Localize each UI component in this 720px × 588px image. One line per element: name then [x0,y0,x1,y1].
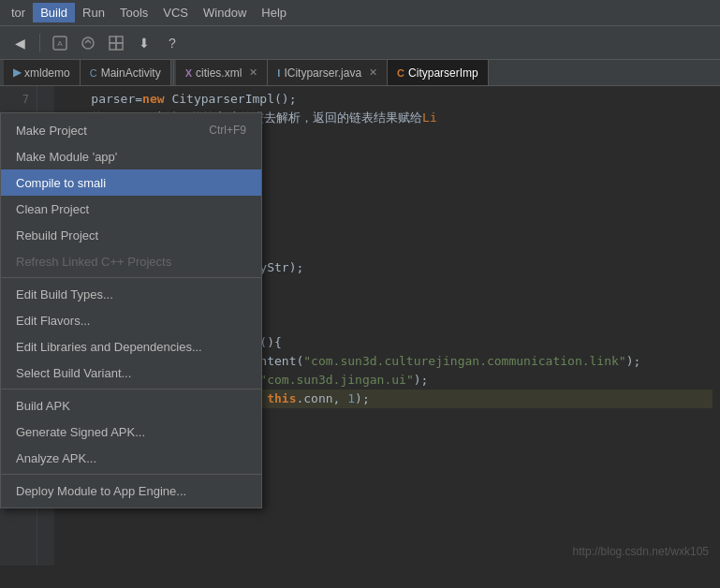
tab-icityparser[interactable]: I ICityparser.java ✕ [268,60,388,86]
tab-cityparserImpl-label: CityparserImp [408,66,478,80]
menu-sep-3 [1,474,261,475]
menu-clean-project-label: Clean Project [16,202,89,216]
menu-rebuild-project[interactable]: Rebuild Project [1,222,261,248]
tab-xmldemo-icon: ▶ [13,66,21,79]
menu-analyze-apk-label: Analyze APK... [16,451,96,465]
toolbar-sep-1 [39,34,40,52]
tab-icityparser-icon: I [277,67,280,79]
tab-vertical-sep [173,60,174,86]
menu-generate-signed-apk[interactable]: Generate Signed APK... [1,419,261,445]
toolbar-help-btn[interactable]: ? [160,31,184,55]
tab-xmldemo-label: xmldemo [24,66,70,80]
menu-select-build-variant-label: Select Build Variant... [16,366,131,380]
svg-text:A: A [57,39,63,48]
tab-cities-xml-icon: X [185,67,192,79]
tab-cities-xml-label: cities.xml [196,66,242,80]
editor-area: 7 8 9 0 1 2 3 4 5 6 7 8 9 0 1 2 3 4 5 ▼ … [0,86,720,566]
menu-refresh-cpp-label: Refresh Linked C++ Projects [16,255,171,269]
menu-clean-project[interactable]: Clean Project [1,196,261,222]
menu-edit-build-types[interactable]: Edit Build Types... [1,281,261,307]
menu-window[interactable]: Window [196,3,254,22]
toolbar-btn-1[interactable]: A [48,31,72,55]
svg-rect-3 [110,37,116,43]
svg-point-2 [82,37,94,49]
menu-sep-1 [1,277,261,278]
menu-edit-libraries[interactable]: Edit Libraries and Dependencies... [1,333,261,360]
tab-cities-xml-close[interactable]: ✕ [249,66,257,79]
menu-build[interactable]: Build [33,3,75,22]
code-line-7: parser=new CityparserImpl(); [62,90,713,109]
menu-run[interactable]: Run [75,3,112,22]
menu-compile-smali[interactable]: Compile to smali [1,169,261,196]
gutter-1 [37,90,54,109]
menu-help[interactable]: Help [254,3,294,22]
menu-analyze-apk[interactable]: Analyze APK... [1,445,261,471]
toolbar: ◀ A ⬇ ? [0,26,720,60]
tab-mainactivity-label: MainActivity [101,66,161,80]
tab-cityparserImpl[interactable]: C CityparserImp [388,60,489,86]
menu-compile-smali-label: Compile to smali [16,176,106,190]
menu-edit-flavors-label: Edit Flavors... [16,314,90,328]
toolbar-btn-4[interactable]: ⬇ [132,31,156,55]
tab-icityparser-label: ICityparser.java [284,66,361,80]
menu-make-module[interactable]: Make Module 'app' [1,143,261,169]
menu-edit-libraries-label: Edit Libraries and Dependencies... [16,340,202,354]
menu-build-apk[interactable]: Build APK [1,392,261,419]
menu-edit-flavors[interactable]: Edit Flavors... [1,307,261,333]
tab-bar: ▶ xmldemo C MainActivity X cities.xml ✕ … [0,60,720,86]
tab-icityparser-close[interactable]: ✕ [369,66,377,79]
svg-rect-6 [116,43,123,50]
build-dropdown: Make Project Ctrl+F9 Make Module 'app' C… [0,112,262,508]
menu-edit-build-types-label: Edit Build Types... [16,287,113,301]
menu-tools[interactable]: Tools [112,3,155,22]
menu-deploy-app-engine[interactable]: Deploy Module to App Engine... [1,478,261,504]
menu-build-apk-label: Build APK [16,399,70,413]
tab-cityparserImpl-icon: C [397,67,404,79]
menu-generate-signed-apk-label: Generate Signed APK... [16,425,145,439]
menu-refresh-cpp: Refresh Linked C++ Projects [1,248,261,274]
menu-make-project[interactable]: Make Project Ctrl+F9 [1,117,261,143]
menu-select-build-variant[interactable]: Select Build Variant... [1,360,261,386]
tab-cities-xml[interactable]: X cities.xml ✕ [176,60,269,86]
tab-mainactivity-icon: C [90,67,97,79]
menu-bar-left-text: tor [4,3,33,22]
menu-bar: tor Build Run Tools VCS Window Help [0,0,720,26]
menu-deploy-app-engine-label: Deploy Module to App Engine... [16,484,186,498]
build-menu: Make Project Ctrl+F9 Make Module 'app' C… [0,112,262,508]
svg-rect-4 [116,37,123,43]
toolbar-btn-3[interactable] [104,31,128,55]
tab-mainactivity[interactable]: C MainActivity [81,60,171,86]
menu-vcs[interactable]: VCS [155,3,196,22]
toolbar-back-btn[interactable]: ◀ [7,31,32,55]
menu-make-project-label: Make Project [16,124,87,138]
menu-rebuild-project-label: Rebuild Project [16,228,98,243]
tab-xmldemo[interactable]: ▶ xmldemo [4,60,81,86]
ln-7: 7 [0,90,29,109]
svg-rect-5 [110,43,116,50]
toolbar-btn-2[interactable] [76,31,100,55]
menu-sep-2 [1,389,261,390]
menu-make-module-label: Make Module 'app' [16,150,117,164]
menu-make-project-shortcut: Ctrl+F9 [209,124,246,137]
